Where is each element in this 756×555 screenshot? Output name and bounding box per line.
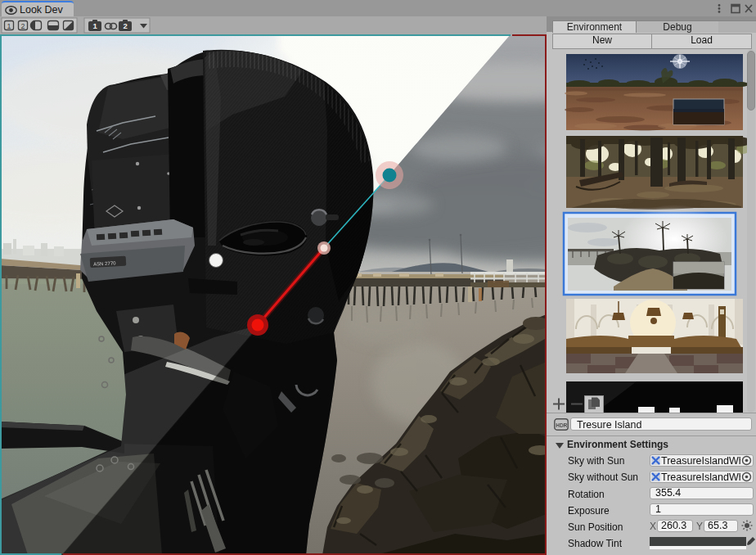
svg-text:1: 1 (93, 21, 98, 30)
svg-text:HDR: HDR (556, 422, 567, 428)
svg-text:2: 2 (21, 22, 25, 30)
svg-text:1: 1 (7, 22, 11, 30)
svg-text:2: 2 (124, 21, 128, 30)
